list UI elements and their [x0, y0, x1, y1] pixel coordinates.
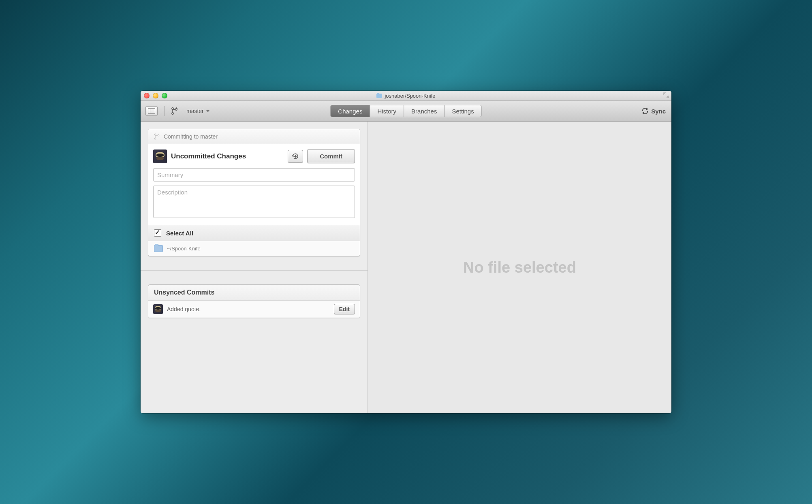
window-title: joshaber/Spoon-Knife [141, 93, 671, 99]
committing-label: Committing to master [164, 133, 218, 140]
zoom-button[interactable] [162, 93, 167, 98]
avatar [153, 304, 163, 314]
changes-panel: Committing to master Uncommitted Changes… [148, 129, 360, 256]
left-pane: Committing to master Uncommitted Changes… [141, 122, 368, 413]
tab-changes[interactable]: Changes [331, 105, 370, 117]
unsynced-title: Unsynced Commits [154, 289, 214, 296]
titlebar: joshaber/Spoon-Knife [141, 91, 671, 101]
sync-button[interactable]: Sync [641, 107, 666, 115]
chevron-down-icon [206, 110, 209, 112]
description-input[interactable] [153, 186, 355, 218]
fullscreen-icon[interactable] [663, 92, 669, 98]
view-tabs: Changes History Branches Settings [330, 105, 481, 117]
toolbar-divider [164, 106, 165, 116]
folder-icon [154, 245, 163, 252]
sync-icon [641, 107, 649, 115]
unsynced-header: Unsynced Commits [148, 285, 360, 301]
minimize-button[interactable] [153, 93, 158, 98]
app-window: joshaber/Spoon-Knife master Changes Hist… [141, 91, 671, 413]
edit-button[interactable]: Edit [334, 304, 355, 314]
branch-name: master [186, 108, 204, 114]
sync-label: Sync [651, 108, 666, 115]
folder-icon [376, 94, 382, 98]
toolbar-left: master [145, 106, 213, 116]
create-branch-icon[interactable] [171, 107, 178, 115]
repo-path: ~/Spoon-Knife [167, 246, 201, 252]
svg-point-4 [154, 138, 156, 139]
commit-header: Uncommitted Changes Commit [148, 144, 360, 168]
select-all-label: Select All [166, 230, 193, 237]
select-all-row[interactable]: Select All [148, 225, 360, 241]
commit-button[interactable]: Commit [307, 149, 355, 163]
commit-message: Added quote. [167, 306, 330, 312]
close-button[interactable] [144, 93, 150, 98]
tab-settings[interactable]: Settings [444, 105, 481, 117]
section-divider [141, 256, 368, 271]
refresh-button[interactable] [288, 150, 303, 163]
branch-selector[interactable]: master [183, 106, 213, 116]
avatar [153, 149, 167, 163]
window-title-text: joshaber/Spoon-Knife [385, 93, 435, 99]
svg-point-3 [154, 134, 156, 135]
repo-path-row[interactable]: ~/Spoon-Knife [148, 241, 360, 256]
commit-inputs [148, 168, 360, 225]
content: Committing to master Uncommitted Changes… [141, 122, 671, 413]
refresh-icon [291, 152, 299, 160]
traffic-lights [144, 93, 167, 98]
unsynced-commit[interactable]: Added quote. Edit [148, 301, 360, 318]
committing-header: Committing to master [148, 129, 360, 144]
empty-state: No file selected [463, 259, 576, 276]
toolbar: master Changes History Branches Settings… [141, 101, 671, 122]
summary-input[interactable] [153, 168, 355, 182]
select-all-checkbox[interactable] [154, 229, 161, 237]
svg-point-5 [158, 135, 159, 136]
uncommitted-title: Uncommitted Changes [171, 152, 284, 160]
svg-point-1 [172, 113, 173, 114]
unsynced-panel: Unsynced Commits Added quote. Edit [148, 284, 360, 318]
tab-history[interactable]: History [370, 105, 404, 117]
svg-point-0 [172, 108, 173, 109]
branch-icon [154, 133, 160, 140]
sidebar-toggle-button[interactable] [145, 106, 158, 116]
tab-branches[interactable]: Branches [404, 105, 444, 117]
detail-pane: No file selected [368, 122, 671, 413]
